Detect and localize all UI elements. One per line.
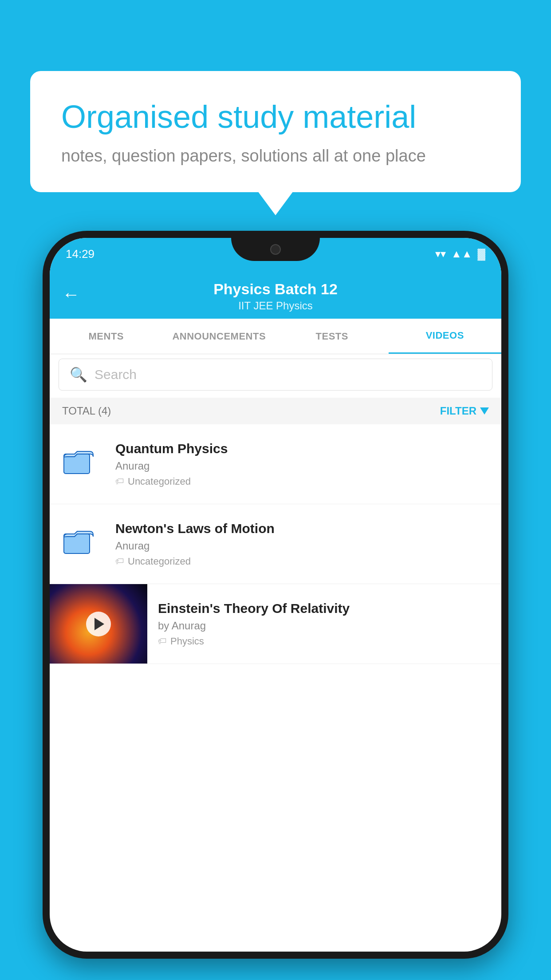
filter-button[interactable]: FILTER	[440, 405, 489, 417]
header-title: Physics Batch 12	[213, 281, 338, 298]
tab-videos[interactable]: VIDEOS	[389, 319, 502, 354]
tag-icon: 🏷	[115, 556, 124, 566]
phone-outer: 14:29 ▾▾ ▲▲ ▓ ← Physics Batch 12 IIT JEE…	[43, 231, 508, 959]
item-tag: 🏷 Physics	[158, 636, 491, 647]
item-title: Quantum Physics	[115, 441, 489, 456]
search-bar[interactable]: 🔍 Search	[59, 359, 492, 391]
wifi-icon: ▾▾	[435, 248, 446, 260]
tab-ments[interactable]: MENTS	[50, 319, 163, 354]
item-tag: 🏷 Uncategorized	[115, 556, 489, 567]
battery-icon: ▓	[478, 248, 486, 260]
header-subtitle: IIT JEE Physics	[238, 300, 313, 312]
list-item[interactable]: Quantum Physics Anurag 🏷 Uncategorized	[50, 424, 501, 504]
tab-tests[interactable]: TESTS	[276, 319, 389, 354]
list-item[interactable]: Einstein's Theory Of Relativity by Anura…	[50, 584, 501, 664]
speech-bubble-card: Organised study material notes, question…	[30, 71, 521, 192]
play-icon	[94, 618, 104, 630]
total-label: TOTAL (4)	[62, 405, 111, 417]
app-header: ← Physics Batch 12 IIT JEE Physics	[50, 270, 501, 319]
tabs-bar: MENTS ANNOUNCEMENTS TESTS VIDEOS	[50, 319, 501, 354]
speech-bubble-section: Organised study material notes, question…	[30, 71, 521, 192]
search-icon: 🔍	[70, 366, 87, 383]
status-time: 14:29	[66, 247, 94, 261]
item-tag: 🏷 Uncategorized	[115, 476, 489, 487]
item-title: Einstein's Theory Of Relativity	[158, 601, 491, 616]
phone-mockup: 14:29 ▾▾ ▲▲ ▓ ← Physics Batch 12 IIT JEE…	[43, 231, 508, 959]
tag-icon: 🏷	[158, 636, 167, 646]
filter-icon	[480, 407, 489, 415]
folder-icon	[62, 444, 102, 484]
item-author: Anurag	[115, 460, 489, 472]
item-author: by Anurag	[158, 620, 491, 632]
item-content: Einstein's Theory Of Relativity by Anura…	[147, 592, 501, 656]
tag-icon: 🏷	[115, 476, 124, 486]
item-author: Anurag	[115, 540, 489, 552]
search-placeholder: Search	[94, 367, 137, 382]
status-icons: ▾▾ ▲▲ ▓	[435, 248, 485, 260]
filter-row: TOTAL (4) FILTER	[50, 398, 501, 424]
video-thumbnail	[50, 584, 147, 664]
item-title: Newton's Laws of Motion	[115, 521, 489, 536]
bubble-title: Organised study material	[61, 98, 490, 136]
tab-announcements[interactable]: ANNOUNCEMENTS	[163, 319, 276, 354]
back-button[interactable]: ←	[62, 285, 80, 304]
item-content: Quantum Physics Anurag 🏷 Uncategorized	[115, 441, 489, 487]
list-item[interactable]: Newton's Laws of Motion Anurag 🏷 Uncateg…	[50, 504, 501, 584]
phone-screen: 14:29 ▾▾ ▲▲ ▓ ← Physics Batch 12 IIT JEE…	[50, 238, 501, 952]
phone-notch	[231, 238, 320, 261]
item-content: Newton's Laws of Motion Anurag 🏷 Uncateg…	[115, 521, 489, 567]
signal-icon: ▲▲	[451, 248, 472, 260]
folder-icon	[62, 524, 102, 564]
play-button[interactable]	[86, 612, 111, 636]
camera	[270, 244, 281, 255]
bubble-subtitle: notes, question papers, solutions all at…	[61, 146, 490, 166]
